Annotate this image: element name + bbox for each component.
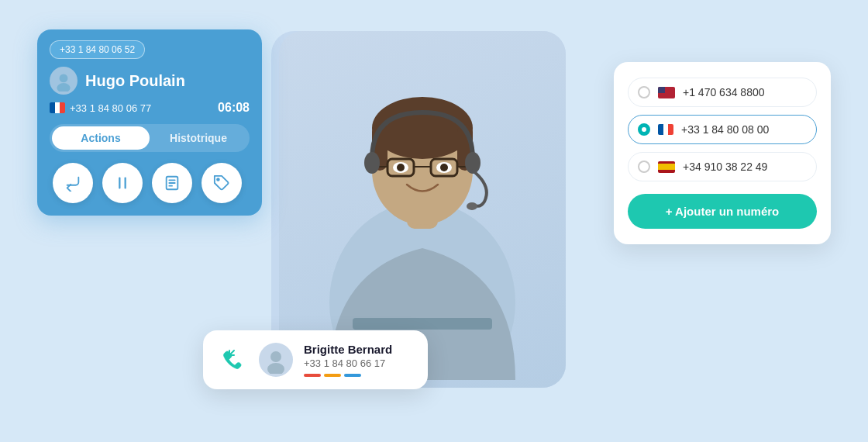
number-row-us[interactable]: +1 470 634 8800	[628, 78, 817, 107]
phone-badge: +33 1 84 80 06 52	[50, 40, 145, 59]
svg-point-28	[270, 351, 281, 362]
flag-us-icon	[658, 87, 675, 98]
radio-inner	[642, 127, 646, 132]
svg-point-23	[440, 164, 448, 171]
dot-blue	[344, 374, 361, 377]
call-timer: 06:08	[218, 101, 250, 115]
add-number-button[interactable]: + Ajouter un numéro	[628, 194, 817, 229]
incoming-call-widget: Brigitte Bernard +33 1 84 80 66 17	[203, 330, 428, 389]
number-fr: +33 1 84 80 08 00	[681, 123, 769, 136]
color-dots	[304, 374, 414, 377]
svg-point-22	[397, 164, 405, 171]
number-es: +34 910 38 22 49	[683, 161, 767, 173]
caller-avatar	[50, 67, 78, 95]
incoming-info: Brigitte Bernard +33 1 84 80 66 17	[304, 343, 414, 377]
numbers-widget: +1 470 634 8800 +33 1 84 80 08 00 +34 91…	[614, 62, 831, 244]
dot-red	[304, 374, 321, 377]
radio-fr	[638, 123, 650, 136]
incoming-caller-phone: +33 1 84 80 66 17	[304, 357, 414, 369]
transfer-button[interactable]	[53, 163, 93, 203]
incoming-avatar	[259, 343, 293, 377]
svg-point-8	[217, 178, 219, 181]
hold-button[interactable]	[102, 163, 143, 203]
flag-fr-icon-2	[658, 124, 673, 135]
tab-actions[interactable]: Actions	[52, 126, 150, 150]
incoming-caller-name: Brigitte Bernard	[304, 343, 414, 356]
radio-es	[638, 161, 650, 173]
caller-phone: +33 1 84 80 06 77	[50, 102, 151, 114]
number-row-fr[interactable]: +33 1 84 80 08 00	[628, 115, 817, 144]
number-us: +1 470 634 8800	[683, 86, 765, 98]
action-buttons	[50, 163, 250, 203]
caller-info-row: +33 1 84 80 06 77 06:08	[50, 101, 250, 115]
svg-point-0	[60, 74, 68, 82]
caller-row: Hugo Poulain	[50, 67, 250, 95]
svg-point-26	[467, 202, 477, 210]
svg-point-29	[267, 363, 284, 374]
dot-yellow	[324, 374, 341, 377]
svg-point-24	[364, 152, 380, 174]
radio-us	[638, 86, 650, 98]
svg-rect-27	[353, 318, 492, 330]
notes-button[interactable]	[152, 163, 192, 203]
caller-name: Hugo Poulain	[85, 72, 185, 90]
flag-fr-icon	[50, 102, 65, 113]
call-tabs: Actions Histotrique	[50, 124, 250, 152]
call-widget: +33 1 84 80 06 52 Hugo Poulain +33 1 84 …	[37, 29, 262, 216]
flag-es-icon	[658, 161, 675, 173]
number-row-es[interactable]: +34 910 38 22 49	[628, 152, 817, 181]
tab-history[interactable]: Histotrique	[150, 126, 247, 150]
tag-button[interactable]	[202, 163, 242, 203]
incoming-call-icon	[217, 344, 248, 375]
svg-point-1	[57, 83, 70, 92]
